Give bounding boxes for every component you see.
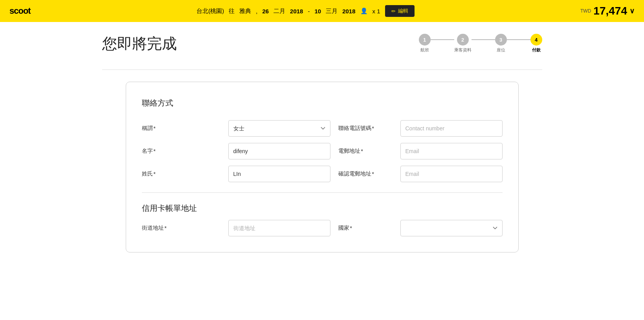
phone-input-wrapper (400, 120, 503, 137)
phone-label: 聯絡電話號碼 * (338, 120, 393, 137)
salutation-label: 稱謂 * (142, 120, 220, 137)
step-1-label: 航班 (420, 47, 429, 53)
main-content: 您即將完成 1 航班 2 乘客資料 3 座位 4 付款 (86, 22, 558, 264)
phone-input[interactable] (400, 120, 503, 137)
first-name-label: 名字 * (142, 143, 220, 159)
first-name-input[interactable] (228, 143, 330, 159)
email-input[interactable] (400, 143, 503, 159)
step-connector-3 (507, 39, 530, 40)
price-chevron-icon[interactable]: ∨ (629, 7, 635, 15)
date-dash: - (308, 8, 310, 15)
confirm-email-label: 確認電郵地址 * (338, 166, 393, 182)
step-4: 4 付款 (530, 34, 542, 53)
step-4-circle: 4 (530, 34, 542, 46)
confirm-email-input-wrapper (400, 166, 503, 182)
billing-section-title: 信用卡帳單地址 (142, 203, 503, 214)
email-label: 電郵地址 * (338, 143, 393, 159)
step-2: 2 乘客資料 (454, 34, 472, 53)
step-1: 1 航班 (419, 34, 431, 53)
country-label: 國家 * (338, 220, 393, 236)
route-from: 台北(桃園) (196, 7, 224, 15)
top-header: scoot 台北(桃園) 往 雅典 , 26 二月 2018 - 10 三月 2… (0, 0, 644, 22)
edit-icon: ✏ (391, 8, 396, 14)
flight-info: 台北(桃園) 往 雅典 , 26 二月 2018 - 10 三月 2018 👤 … (196, 5, 414, 17)
step-connector-1 (431, 39, 454, 40)
price-currency: TWD (580, 8, 591, 14)
step-3-circle: 3 (495, 34, 507, 46)
step-2-label: 乘客資料 (454, 47, 472, 53)
form-card: 聯絡方式 稱謂 * 女士 先生 其他 聯絡電話號碼 * (126, 82, 519, 252)
step-connector-2 (472, 39, 495, 40)
country-select[interactable] (400, 220, 503, 236)
section-divider (102, 69, 542, 70)
top-area: 您即將完成 1 航班 2 乘客資料 3 座位 4 付款 (102, 34, 542, 66)
route-arrow: 往 (229, 7, 235, 15)
edit-button[interactable]: ✏ 編輯 (385, 5, 415, 17)
last-name-label: 姓氏 * (142, 166, 220, 182)
passenger-count: x 1 (372, 8, 380, 15)
depart-year: 2018 (290, 8, 303, 15)
step-3-label: 座位 (497, 47, 505, 53)
route-to: 雅典 (239, 7, 251, 15)
return-month: 三月 (326, 7, 338, 15)
street-input[interactable] (228, 220, 330, 236)
step-3: 3 座位 (495, 34, 507, 53)
salutation-select-wrapper: 女士 先生 其他 (228, 120, 330, 137)
step-4-label: 付款 (532, 47, 541, 53)
price-value: 17,474 (593, 5, 627, 17)
page-title: 您即將完成 (102, 34, 177, 54)
email-input-wrapper (400, 143, 503, 159)
passenger-icon: 👤 (360, 7, 368, 15)
logo: scoot (9, 6, 31, 16)
country-select-wrapper (400, 220, 503, 236)
salutation-select[interactable]: 女士 先生 其他 (228, 120, 330, 137)
step-1-circle: 1 (419, 34, 431, 46)
last-name-input[interactable] (228, 166, 330, 182)
edit-label: 編輯 (398, 7, 408, 15)
price-area: TWD 17,474 ∨ (580, 5, 635, 17)
street-label: 街道地址 * (142, 220, 220, 236)
first-name-input-wrapper (228, 143, 330, 159)
return-day: 10 (314, 8, 321, 15)
confirm-email-input[interactable] (400, 166, 503, 182)
return-year: 2018 (342, 8, 355, 15)
step-2-circle: 2 (457, 34, 469, 46)
steps-nav: 1 航班 2 乘客資料 3 座位 4 付款 (419, 34, 542, 53)
date-separator-comma: , (256, 8, 257, 15)
depart-month: 二月 (273, 7, 285, 15)
depart-day: 26 (262, 8, 269, 15)
street-input-wrapper (228, 220, 330, 236)
last-name-input-wrapper (228, 166, 330, 182)
form-inner-divider (142, 192, 503, 193)
contact-section-title: 聯絡方式 (142, 98, 503, 108)
contact-form-grid: 稱謂 * 女士 先生 其他 聯絡電話號碼 * 名字 * (142, 120, 503, 236)
